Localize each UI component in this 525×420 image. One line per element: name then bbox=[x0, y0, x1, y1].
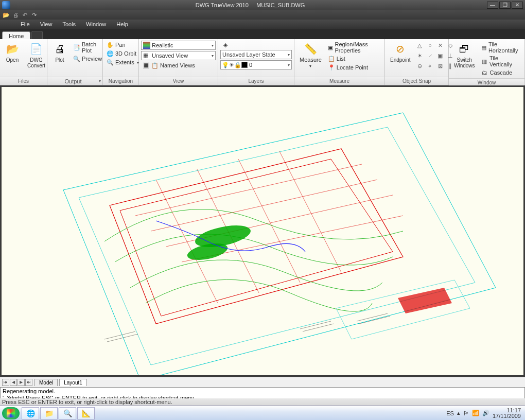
pan-button[interactable]: ✋Pan bbox=[105, 41, 141, 49]
snap-near-icon[interactable]: ⌖ bbox=[425, 61, 434, 71]
undo-icon[interactable]: ↶ bbox=[21, 11, 29, 19]
taskbar-trueview[interactable]: 📐 bbox=[77, 407, 95, 419]
tray-volume-icon[interactable]: 🔊 bbox=[482, 410, 489, 416]
panel-navigation: ✋Pan 🌐3D Orbit 🔍Extents▾ Navigation bbox=[103, 39, 139, 85]
extents-icon: 🔍 bbox=[107, 59, 114, 66]
minimize-button[interactable]: — bbox=[487, 2, 498, 9]
tab-next-button[interactable]: ▶ bbox=[18, 379, 25, 386]
panel-measure: 📏 Measure▾ ▣Region/Mass Properties 📋List… bbox=[294, 39, 385, 85]
tab-home[interactable]: Home bbox=[2, 31, 30, 39]
tab-extra[interactable] bbox=[31, 31, 43, 39]
list-button[interactable]: 📋List bbox=[326, 55, 382, 63]
layer-state-value: Unsaved Layer State bbox=[222, 51, 275, 58]
panel-output-title: Output bbox=[64, 78, 81, 84]
switch-windows-button[interactable]: 🗗 Switch Windows bbox=[451, 41, 478, 69]
tray-chevron-icon[interactable]: ▴ bbox=[457, 410, 460, 416]
snap-int-icon[interactable]: ✶ bbox=[415, 51, 424, 60]
visual-style-combo[interactable]: Realistic▾ bbox=[141, 41, 216, 50]
preview-icon: 🔍 bbox=[73, 55, 80, 62]
tile-v-button[interactable]: ▥Tile Vertically bbox=[480, 55, 522, 68]
snap-ext-icon[interactable]: ⟋ bbox=[425, 51, 434, 60]
tile-h-button[interactable]: ▤Tile Horizontally bbox=[480, 41, 522, 54]
svg-line-4 bbox=[135, 164, 362, 216]
pan-icon: ✋ bbox=[107, 41, 114, 48]
close-button[interactable]: ✕ bbox=[512, 2, 523, 9]
menu-window[interactable]: Window bbox=[81, 21, 111, 27]
menu-bar: File View Tools Window Help bbox=[0, 20, 525, 29]
panel-window: 🗗 Switch Windows ▤Tile Horizontally ▥Til… bbox=[449, 39, 525, 85]
svg-line-5 bbox=[151, 180, 377, 231]
ribbon: 📂 Open 📄 DWG Convert Files 🖨 Plot 📑Batch… bbox=[0, 39, 525, 85]
layer-state-combo[interactable]: Unsaved Layer State▾ bbox=[220, 50, 292, 59]
orbit-button[interactable]: 🌐3D Orbit bbox=[105, 49, 141, 58]
layer-control-button[interactable]: ◈ bbox=[220, 41, 292, 49]
extents-button[interactable]: 🔍Extents▾ bbox=[105, 58, 141, 66]
layer-combo[interactable]: 💡 ☀ 🔒 0 ▾ bbox=[220, 60, 292, 69]
measure-button[interactable]: 📏 Measure▾ bbox=[296, 41, 325, 70]
open-icon[interactable]: 📂 bbox=[2, 11, 10, 19]
taskbar-magnifier[interactable]: 🔍 bbox=[59, 407, 76, 419]
tile-v-icon: ▥ bbox=[481, 58, 488, 65]
named-views-label: Named Views bbox=[160, 62, 195, 68]
svg-line-10 bbox=[238, 159, 300, 283]
start-button[interactable] bbox=[2, 407, 20, 419]
plot-icon[interactable]: 🖨 bbox=[11, 11, 20, 19]
ruler-icon: 📏 bbox=[303, 42, 318, 56]
tab-first-button[interactable]: ⏮ bbox=[2, 379, 9, 386]
open-button[interactable]: 📂 Open bbox=[2, 41, 23, 64]
layer-icon: ◈ bbox=[222, 41, 229, 48]
menu-help[interactable]: Help bbox=[111, 21, 133, 27]
dropdown-icon[interactable]: ▾ bbox=[99, 77, 101, 85]
tray-network-icon[interactable]: 📶 bbox=[472, 410, 479, 416]
menu-tools[interactable]: Tools bbox=[57, 21, 81, 27]
windows-taskbar: 🌐 📁 🔍 📐 ES ▴ 🏳 📶 🔊 11:17 17/11/2009 bbox=[0, 406, 525, 420]
menu-view[interactable]: View bbox=[35, 21, 58, 27]
endpoint-button[interactable]: ⊘ Endpoint bbox=[387, 41, 413, 64]
app-icon[interactable] bbox=[2, 1, 10, 9]
panel-output: 🖨 Plot 📑Batch Plot 🔍Preview Output▾ bbox=[47, 39, 103, 85]
tab-model[interactable]: Model bbox=[34, 379, 58, 386]
saved-view-value: Unsaved View bbox=[152, 52, 188, 59]
app-name: DWG TrueView 2010 bbox=[196, 2, 249, 8]
sun-icon: ☀ bbox=[229, 62, 234, 68]
region-button[interactable]: ▣Region/Mass Properties bbox=[326, 41, 382, 54]
pan-label: Pan bbox=[115, 42, 126, 48]
language-indicator[interactable]: ES bbox=[446, 410, 454, 416]
tab-prev-button[interactable]: ◀ bbox=[10, 379, 17, 386]
named-views-icon: 🔳 bbox=[143, 62, 150, 69]
folder-open-icon: 📂 bbox=[5, 42, 20, 56]
maximize-button[interactable]: ❐ bbox=[499, 2, 511, 9]
snap-node-icon[interactable]: ✕ bbox=[435, 41, 445, 50]
orbit-icon: 🌐 bbox=[107, 50, 114, 57]
tab-layout1[interactable]: Layout1 bbox=[59, 379, 87, 386]
tray-flag-icon[interactable]: 🏳 bbox=[463, 410, 469, 416]
dwg-convert-button[interactable]: 📄 DWG Convert bbox=[24, 41, 48, 69]
named-views-button[interactable]: 🔳📋Named Views bbox=[141, 61, 216, 69]
cascade-icon: 🗂 bbox=[481, 69, 488, 76]
taskbar-clock[interactable]: 11:17 17/11/2009 bbox=[493, 408, 523, 419]
model-layout-tabs: ⏮ ◀ ▶ ⏭ Model Layout1 bbox=[0, 377, 525, 387]
menu-file[interactable]: File bbox=[15, 21, 35, 27]
cascade-button[interactable]: 🗂Cascade bbox=[480, 68, 522, 77]
lock-icon: 🔒 bbox=[234, 62, 241, 68]
saved-view-combo[interactable]: ▦Unsaved View▾ bbox=[141, 51, 216, 60]
snap-mid-icon[interactable]: △ bbox=[415, 41, 424, 50]
preview-label: Preview bbox=[82, 56, 102, 62]
taskbar-explorer[interactable]: 📁 bbox=[40, 407, 58, 419]
taskbar-ie[interactable]: 🌐 bbox=[22, 407, 39, 419]
snap-ins-icon[interactable]: ▣ bbox=[435, 51, 445, 60]
redo-icon[interactable]: ↷ bbox=[30, 11, 38, 19]
status-text: Press ESC or ENTER to exit, or right-cli… bbox=[2, 399, 172, 405]
clock-date: 17/11/2009 bbox=[493, 413, 521, 419]
preview-button[interactable]: 🔍Preview bbox=[72, 55, 103, 63]
batch-plot-button[interactable]: 📑Batch Plot bbox=[72, 41, 103, 54]
snap-tan-icon[interactable]: ⊖ bbox=[415, 61, 424, 71]
locate-button[interactable]: 📍Locate Point bbox=[326, 63, 382, 72]
render-icon bbox=[143, 42, 150, 49]
drawing-viewport[interactable] bbox=[2, 87, 523, 375]
snap-center-icon[interactable]: ○ bbox=[425, 41, 434, 50]
tab-last-button[interactable]: ⏭ bbox=[25, 379, 32, 386]
open-label: Open bbox=[6, 57, 19, 63]
plot-button[interactable]: 🖨 Plot bbox=[49, 41, 70, 64]
snap-app-icon[interactable]: ⊠ bbox=[435, 61, 445, 71]
